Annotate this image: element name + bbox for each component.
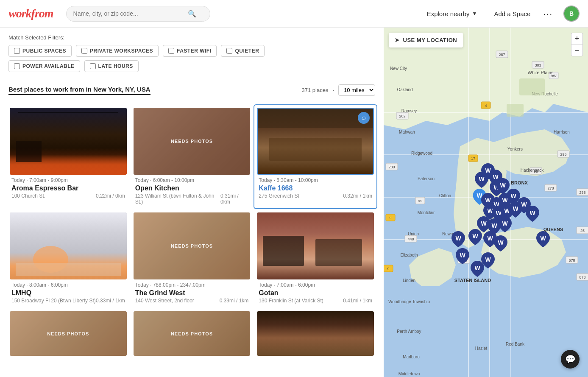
svg-text:Mahwah: Mahwah (399, 130, 415, 134)
needs-photos-label-8: NEEDS PHOTOS (171, 331, 213, 336)
svg-text:Middletown: Middletown (399, 371, 420, 376)
svg-text:W: W (502, 220, 508, 227)
avatar[interactable]: B (563, 6, 580, 22)
card-name-4: LMHQ (11, 289, 125, 297)
map-pin-27[interactable]: W (536, 231, 550, 247)
place-card-7[interactable]: NEEDS PHOTOS (6, 308, 130, 359)
filter-quieter[interactable]: QUIETER (221, 45, 265, 57)
svg-text:Paterson: Paterson (418, 176, 435, 181)
search-bar[interactable]: 🔍 (66, 6, 210, 22)
map-pin-21[interactable]: W (468, 229, 482, 245)
filter-faster-wifi[interactable]: FASTER WIFI (163, 45, 217, 57)
svg-text:W: W (485, 256, 491, 263)
left-panel: Match Selected Filters: PUBLIC SPACES PR… (0, 28, 384, 377)
place-card-1[interactable]: Today · 7:00am - 9:00pm Aroma Espresso B… (6, 104, 130, 209)
filter-private-workspaces-checkbox[interactable] (81, 48, 87, 54)
filter-quieter-label: QUIETER (235, 48, 259, 54)
map-pin-24[interactable]: W (456, 248, 469, 264)
filter-late-hours[interactable]: LATE HOURS (84, 60, 139, 72)
svg-text:Perth Amboy: Perth Amboy (397, 329, 421, 334)
svg-text:Ramsey: Ramsey (401, 109, 417, 113)
search-input[interactable] (73, 10, 188, 17)
map-panel[interactable]: 287 303 9W 202 280 17 4 95 278 295 (384, 28, 588, 377)
card-info-3: Today · 6:30am - 10:00pm Kaffe 1668 275 … (257, 175, 374, 200)
zoom-in-button[interactable]: + (571, 33, 583, 45)
map-pin-23[interactable]: W (494, 235, 507, 251)
place-card-4[interactable]: Today · 8:00am - 6:00pm LMHQ 150 Broadwa… (6, 209, 130, 308)
nav-add-space[interactable]: Add a Space (494, 10, 530, 17)
svg-text:25: 25 (580, 229, 585, 233)
svg-text:W: W (455, 235, 461, 242)
card-hours-1: Today · 7:00am - 9:00pm (11, 177, 125, 183)
nav-more-button[interactable]: ··· (543, 9, 553, 19)
svg-text:Clifton: Clifton (439, 193, 451, 198)
svg-text:W: W (474, 265, 480, 271)
card-address-3: 275 Greenwich St (259, 193, 299, 199)
place-card-9[interactable] (254, 308, 377, 359)
filter-quieter-checkbox[interactable] (226, 48, 232, 54)
svg-text:W: W (491, 222, 497, 229)
chevron-down-icon: ▼ (472, 11, 477, 17)
svg-text:Hazlet: Hazlet (475, 346, 488, 351)
svg-text:Red Bank: Red Bank (506, 342, 525, 346)
svg-text:STATEN ISLAND: STATEN ISLAND (454, 278, 491, 283)
filter-power-available-label: POWER AVAILABLE (22, 63, 75, 69)
filter-private-workspaces[interactable]: PRIVATE WORKSPACES (76, 45, 159, 57)
place-card-5[interactable]: NEEDS PHOTOS Today · 788:00pm - 2347:00p… (130, 209, 254, 308)
card-meta-6: 130 Franklin St (at Varick St) 0.41mi / … (259, 298, 372, 304)
results-header: Best places to work from in New York, NY… (0, 79, 384, 100)
place-card-3[interactable]: ☺ Today · 6:30am - 10:00pm Kaffe 1668 27… (254, 104, 377, 209)
filter-private-workspaces-label: PRIVATE WORKSPACES (90, 48, 153, 54)
chat-widget[interactable]: 💬 (561, 350, 580, 369)
logo[interactable]: workfrom (8, 7, 53, 20)
use-location-label: USE MY LOCATION (403, 37, 457, 43)
map-pin-19[interactable]: W (526, 206, 539, 222)
card-image-wrapper-2: NEEDS PHOTOS (134, 108, 251, 175)
card-info-1: Today · 7:00am - 9:00pm Aroma Espresso B… (10, 175, 127, 200)
map-container: 287 303 9W 202 280 17 4 95 278 295 (384, 28, 588, 377)
filter-public-spaces-checkbox[interactable] (14, 48, 20, 54)
card-distance-5: 0.39mi / 1km (220, 298, 249, 304)
zoom-out-button[interactable]: − (571, 45, 583, 56)
smiley-button-3[interactable]: ☺ (358, 112, 370, 124)
results-dot: · (332, 87, 334, 93)
card-info-2: Today · 6:00am - 10:00pm Open Kitchen 12… (134, 175, 251, 206)
place-card-2[interactable]: NEEDS PHOTOS Today · 6:00am - 10:00pm Op… (130, 104, 254, 209)
card-address-4: 150 Broadway Fl 20 (Btwn Liberty St) (11, 298, 96, 304)
header: workfrom 🔍 Explore nearby ▼ Add a Space … (0, 0, 588, 28)
place-card-8[interactable]: NEEDS PHOTOS (130, 308, 254, 359)
svg-text:W: W (510, 193, 516, 199)
filter-faster-wifi-checkbox[interactable] (168, 48, 174, 54)
svg-text:Ridgewood: Ridgewood (411, 151, 432, 156)
svg-text:Union: Union (408, 232, 419, 236)
card-name-2: Open Kitchen (135, 184, 249, 192)
use-location-button[interactable]: ➤ USE MY LOCATION (389, 33, 463, 47)
svg-text:280: 280 (388, 165, 395, 169)
card-hours-3: Today · 6:30am - 10:00pm (259, 177, 372, 183)
map-pin-20[interactable]: W (451, 231, 465, 247)
svg-text:W: W (487, 235, 493, 242)
miles-select[interactable]: 10 miles 5 miles 25 miles (338, 84, 375, 96)
filter-public-spaces[interactable]: PUBLIC SPACES (8, 45, 72, 57)
svg-text:Hackensack: Hackensack (521, 168, 544, 173)
results-meta: 371 places · 10 miles 5 miles 25 miles (301, 84, 375, 96)
nav-explore[interactable]: Explore nearby ▼ (427, 10, 477, 17)
card-image-wrapper-5: NEEDS PHOTOS (134, 212, 251, 279)
svg-text:Elizabeth: Elizabeth (400, 253, 418, 257)
svg-text:Woodbridge Township: Woodbridge Township (388, 299, 430, 304)
svg-text:W: W (472, 233, 478, 240)
svg-text:303: 303 (535, 63, 541, 67)
map-pin-18[interactable]: W (498, 216, 512, 232)
filter-late-hours-checkbox[interactable] (90, 63, 96, 69)
card-address-1: 100 Church St. (11, 193, 45, 199)
svg-text:W: W (500, 182, 506, 189)
filter-power-available-checkbox[interactable] (14, 63, 20, 69)
svg-text:678: 678 (568, 258, 575, 263)
place-card-6[interactable]: Today · 7:00am - 6:00pm Gotan 130 Frankl… (254, 209, 377, 308)
svg-text:258: 258 (579, 190, 585, 195)
filter-late-hours-label: LATE HOURS (98, 63, 133, 69)
card-distance-2: 0.31mi / 0km (220, 193, 248, 205)
filter-power-available[interactable]: POWER AVAILABLE (8, 60, 80, 72)
map-pin-26[interactable]: W (471, 261, 484, 277)
card-address-2: 123 William St (btwn Fulton & John St.) (135, 193, 220, 205)
